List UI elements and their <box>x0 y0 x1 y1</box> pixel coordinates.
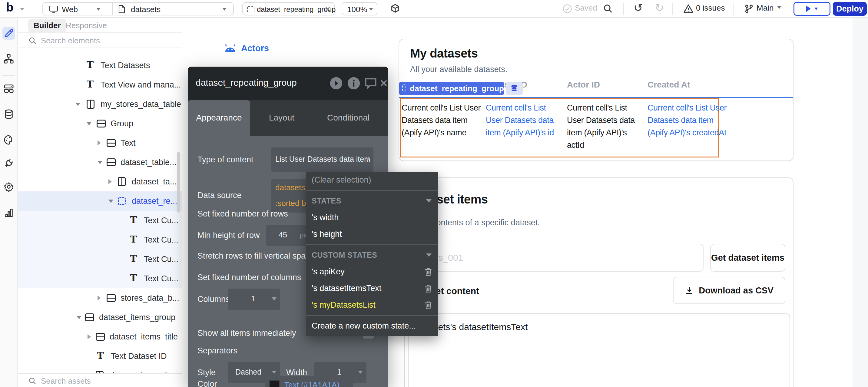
text-element-icon: T <box>97 351 104 360</box>
tree-item-group[interactable]: Group <box>17 114 182 133</box>
styles-palette-icon[interactable] <box>4 135 14 145</box>
design-pencil-icon[interactable] <box>4 28 14 38</box>
dropdown-create-custom-state[interactable]: Create a new custom state... <box>306 318 438 334</box>
select-divider <box>112 3 113 15</box>
close-icon[interactable]: ✕ <box>380 77 388 89</box>
dropdown-group-states[interactable]: STATES <box>306 193 438 209</box>
tree-item-text-dataset-id[interactable]: TText Dataset ID <box>17 347 182 366</box>
table-cell-expression[interactable]: Current cell's List User Datasets data i… <box>567 102 645 152</box>
caret-down-icon[interactable] <box>75 103 80 106</box>
tree-item-label: Text Cu... <box>144 235 178 245</box>
caret-down-icon[interactable] <box>76 316 82 319</box>
dropdown-group-custom-states[interactable]: CUSTOM STATES <box>306 247 438 263</box>
branch-select[interactable]: Main <box>756 3 774 13</box>
tree-item-stores-data-b-[interactable]: stores_data_b... <box>17 288 182 308</box>
text-element-icon: T <box>130 254 137 263</box>
table-cell-expression[interactable]: Current cell's List User Datasets data i… <box>402 102 485 139</box>
dataset-id-input[interactable]: ds_001 <box>416 244 704 271</box>
data-source-badge[interactable] <box>506 82 523 95</box>
caret-down-icon[interactable] <box>97 161 102 164</box>
columns-select[interactable]: 1 <box>228 289 280 310</box>
tab-appearance[interactable]: Appearance <box>188 100 250 136</box>
tree-item-dataset-ta-[interactable]: dataset_ta... <box>17 172 182 191</box>
tree-item-label: dataset_ta... <box>132 177 177 187</box>
comment-icon[interactable] <box>364 76 377 90</box>
tree-item-text-cu-[interactable]: TText Cu... <box>17 250 182 269</box>
tree-item-my-stores-data-table[interactable]: my_stores_data_table <box>17 95 182 114</box>
trash-icon[interactable] <box>424 268 432 278</box>
table-cell-expression[interactable]: Current cell's List User Datasets data i… <box>648 102 734 139</box>
separator-color-field[interactable]: Text (#1A1A1A) <box>265 376 353 387</box>
dropdown-option--s-width[interactable]: 's width <box>306 209 438 226</box>
plugins-icon[interactable] <box>4 158 14 168</box>
inspector-header[interactable]: dataset_repeating_group ✕ <box>188 67 388 100</box>
tree-item-dataset-items-group[interactable]: dataset_items_group <box>17 308 182 327</box>
preview-run-button[interactable] <box>794 2 831 16</box>
caret-right-icon[interactable] <box>97 140 101 146</box>
info-icon[interactable] <box>347 76 361 90</box>
bubble-logo[interactable]: b <box>6 1 13 14</box>
tree-item-text-datasets[interactable]: TText Datasets <box>17 56 182 75</box>
dropdown-option--s-apikey[interactable]: 's apiKey <box>306 263 438 280</box>
nav-item-actors[interactable]: Actors <box>224 43 269 53</box>
bubble-editor: g y g Actors My datasets All your availa… <box>0 0 868 387</box>
search-elements-row[interactable]: Search elements <box>17 33 182 48</box>
trash-icon[interactable] <box>424 301 432 312</box>
tree-item-label: Text <box>121 138 136 148</box>
dataset-content-textarea[interactable]: datasets's datasetItemsText <box>408 314 790 387</box>
tree-item-dataset-items-title[interactable]: dataset_items_title <box>17 327 182 347</box>
search-icon[interactable] <box>603 3 613 13</box>
tree-item-text[interactable]: Text <box>17 133 182 153</box>
tree-item-dataset-items-in-[interactable]: dataset_items_in... <box>17 366 182 373</box>
caret-right-icon[interactable] <box>97 295 101 300</box>
caret-down-icon[interactable] <box>87 122 91 125</box>
preview-element-icon[interactable] <box>330 76 343 90</box>
tree-item-dataset-re-[interactable]: dataset_re... <box>17 191 182 211</box>
settings-gear-icon[interactable] <box>4 182 14 192</box>
page-select[interactable]: datasets <box>131 5 160 14</box>
workflow-icon[interactable] <box>4 54 14 64</box>
tab-responsive[interactable]: Responsive <box>66 21 107 30</box>
mode-select[interactable]: Web <box>62 5 78 14</box>
caret-down-icon[interactable] <box>108 199 113 203</box>
download-csv-button[interactable]: Download as CSV <box>673 277 785 304</box>
type-of-content-select[interactable]: List User Datasets data item <box>271 148 373 172</box>
tab-conditional[interactable]: Conditional <box>318 100 379 136</box>
component-cube-icon[interactable] <box>390 4 400 14</box>
caret-right-icon[interactable] <box>108 179 112 184</box>
table-cell-expression[interactable]: Current cell's List User Datasets data i… <box>486 102 562 139</box>
dropdown-option--s-mydatasetslist[interactable]: 's myDatasetsList <box>306 297 438 314</box>
undo-icon[interactable]: ↺ <box>633 1 643 14</box>
tree-item-text-cu-[interactable]: TText Cu... <box>17 269 182 288</box>
tree-item-text-cu-[interactable]: TText Cu... <box>17 211 182 230</box>
element-tab[interactable]: dataset_repeating_group ✕ <box>242 2 335 15</box>
tab-builder[interactable]: Builder <box>28 19 66 32</box>
selected-element-chip[interactable]: dataset_repeating_group <box>399 82 504 95</box>
tree-item-label: Text Cu... <box>144 255 178 264</box>
tree-item-text-view-and-mana-[interactable]: TText View and mana... <box>17 75 182 95</box>
color-swatch[interactable] <box>269 380 280 387</box>
deploy-button[interactable]: Deploy <box>833 2 867 16</box>
color-value-link[interactable]: Text (#1A1A1A) <box>284 380 340 387</box>
caret-right-icon[interactable] <box>88 334 91 339</box>
search-assets-row[interactable]: Search assets <box>17 373 182 387</box>
zoom-select[interactable]: 100% <box>342 2 377 15</box>
dropdown-option--s-height[interactable]: 's height <box>306 226 438 243</box>
tree-scrollbar[interactable] <box>177 152 180 213</box>
tab-layout-label: Layout <box>269 113 294 123</box>
logo-chevron-icon[interactable] <box>20 8 24 10</box>
tab-layout[interactable]: Layout <box>257 100 306 136</box>
logs-chart-icon[interactable] <box>4 207 14 218</box>
database-icon[interactable] <box>4 109 14 119</box>
issues-warning-icon <box>683 4 693 14</box>
issues-count[interactable]: 0 issues <box>696 3 725 13</box>
dropdown-clear-selection[interactable]: (Clear selection) <box>306 172 438 188</box>
dropdown-option--s-datasetitemstext[interactable]: 's datasetItemsText <box>306 280 438 297</box>
redo-icon[interactable]: ↻ <box>655 1 664 14</box>
trash-icon[interactable] <box>424 284 432 295</box>
tree-item-text-cu-[interactable]: TText Cu... <box>17 230 182 250</box>
get-dataset-items-button[interactable]: Get dataset items <box>710 244 785 271</box>
close-tab-icon[interactable]: ✕ <box>324 4 331 14</box>
components-icon[interactable] <box>4 83 14 94</box>
tree-item-dataset-table-[interactable]: dataset_table... <box>17 153 182 172</box>
